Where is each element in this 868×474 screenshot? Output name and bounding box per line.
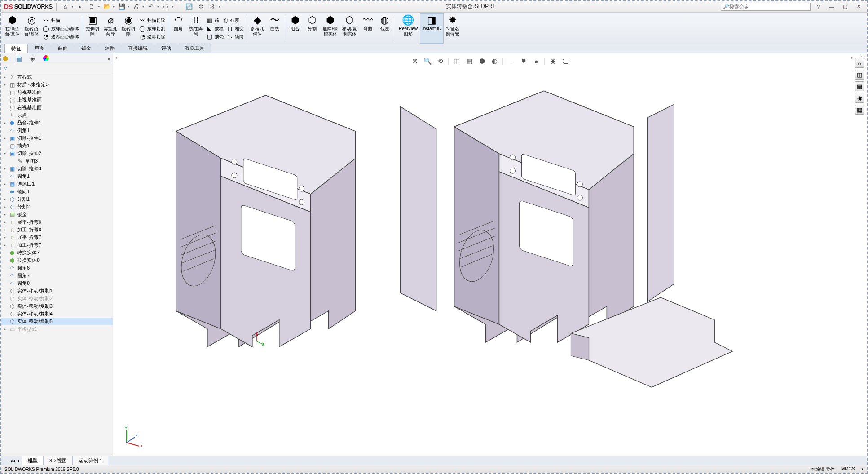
view-tool-8[interactable]: ✸ [519, 57, 528, 65]
tree-圆角6[interactable]: ◠圆角6 [1, 264, 113, 272]
tree-toggle-icon[interactable]: ▸ [3, 167, 7, 171]
view-tool-10[interactable]: ◉ [548, 57, 557, 65]
maximize-button[interactable]: ▢ [839, 3, 851, 11]
taskpane-tab-0[interactable]: ⌂ [855, 58, 864, 68]
taskpane-tab-1[interactable]: ◫ [855, 70, 864, 80]
view-tool-6[interactable]: ◐ [490, 57, 499, 65]
new-button[interactable]: 🗋 [87, 2, 97, 11]
search-box[interactable]: 🔎 [721, 3, 811, 11]
tree-镜向1[interactable]: ⇋镜向1 [1, 188, 113, 195]
tree-方程式[interactable]: ▸Σ方程式 [1, 73, 113, 81]
minimize-button[interactable]: — [826, 3, 837, 11]
ribbon-线性阵列[interactable]: ⁞⁞线性阵 列 [187, 13, 205, 44]
ribbon-移动/复制实体[interactable]: ⬡移动/复 制实体 [340, 13, 359, 44]
tree-toggle-icon[interactable]: ▸ [3, 235, 7, 239]
bottom-tab-3D 视图[interactable]: 3D 视图 [44, 456, 73, 465]
tree-钣金[interactable]: ▸▤钣金 [1, 211, 113, 218]
tree-toggle-icon[interactable]: ▸ [3, 121, 7, 125]
tree-前视基准面[interactable]: ⬚前视基准面 [1, 89, 113, 96]
ribbon-旋转凸台/基体[interactable]: ◎旋转凸 台/基体 [22, 13, 41, 44]
fm-tab-expand[interactable]: ▸ [108, 55, 111, 62]
tree-草图3[interactable]: ✎草图3 [1, 157, 113, 165]
ribbon-包覆[interactable]: ◍包覆 [220, 17, 241, 24]
ribbon-旋转切除[interactable]: ◉旋转切 除 [119, 13, 137, 44]
tree-实体-移动/复制4[interactable]: ⬡实体-移动/复制4 [1, 310, 113, 318]
arrow-button[interactable]: ▸ [75, 2, 86, 11]
view-tool-3[interactable]: ◫ [452, 57, 461, 65]
ribbon-扫描[interactable]: 〰扫描 [41, 17, 81, 24]
ribbon-放样凸台/基体[interactable]: ◯放样凸台/基体 [41, 25, 81, 32]
tree-toggle-icon[interactable]: ▾ [3, 151, 7, 155]
dropdown-arrow-icon[interactable]: ▼ [112, 5, 115, 8]
fm-tab-tree[interactable]: ⬢ [3, 55, 8, 62]
view-tool-0[interactable]: ⤧ [410, 57, 419, 65]
tree-切除-拉伸3[interactable]: ▸▣切除-拉伸3 [1, 165, 113, 173]
tree-toggle-icon[interactable]: ▸ [3, 197, 7, 201]
ribbon-筋[interactable]: ▥筋 [205, 17, 220, 24]
tab-钣金[interactable]: 钣金 [75, 43, 98, 53]
ribbon-删除/保留实体[interactable]: ⬢删除/保 留实体 [321, 13, 340, 44]
search-input[interactable] [729, 4, 808, 9]
tree-原点[interactable]: ↳原点 [1, 111, 113, 119]
fm-tab-appearance[interactable] [43, 55, 49, 61]
tree-toggle-icon[interactable]: ▸ [3, 213, 7, 217]
ribbon-镜向[interactable]: ⇋镜向 [225, 33, 245, 40]
tree-上视基准面[interactable]: ⬚上视基准面 [1, 96, 113, 104]
status-arrow-icon[interactable]: ▴ [861, 466, 864, 473]
tree-toggle-icon[interactable]: ▸ [3, 327, 7, 331]
fm-tab-config[interactable]: ◈ [30, 55, 35, 62]
dropdown-arrow-icon[interactable]: ▼ [97, 5, 101, 8]
tree-toggle-icon[interactable]: ▸ [3, 83, 7, 87]
tree-toggle-icon[interactable]: ▸ [3, 182, 7, 186]
rebuild-button[interactable]: 🔃 [184, 2, 194, 11]
dropdown-arrow-icon[interactable]: ▼ [171, 5, 174, 8]
ribbon-扫描切除[interactable]: 〰扫描切除 [137, 17, 167, 24]
tree-toggle-icon[interactable]: ▸ [3, 136, 7, 140]
view-tool-2[interactable]: ⟲ [436, 57, 445, 65]
view-tool-1[interactable]: 🔍 [423, 57, 432, 65]
tree-toggle-icon[interactable]: ▸ [3, 75, 7, 79]
fm-filter-bar[interactable]: ▽ [1, 63, 113, 72]
ribbon-曲线[interactable]: 〜曲线 [266, 13, 283, 44]
tree-右视基准面[interactable]: ⬚右视基准面 [1, 104, 113, 111]
ribbon-圆角[interactable]: ◠圆角 [170, 13, 187, 44]
dropdown-arrow-icon[interactable]: ▼ [218, 5, 221, 8]
taskpane-tab-3[interactable]: ◉ [855, 93, 864, 103]
tree-toggle-icon[interactable]: ▸ [3, 220, 7, 224]
dropdown-arrow-icon[interactable]: ▼ [71, 5, 74, 8]
taskpane-tab-2[interactable]: ▤ [855, 81, 864, 91]
save-button[interactable]: 💾 [116, 2, 127, 11]
ribbon-分割[interactable]: ⬡分割 [304, 13, 321, 44]
ribbon-放样切割[interactable]: ◯放样切割 [137, 25, 167, 32]
ribbon-异型孔向导[interactable]: ⌀异型孔 向导 [101, 13, 119, 44]
options-button[interactable]: ✲ [195, 2, 206, 11]
tab-渲染工具[interactable]: 渲染工具 [178, 43, 211, 53]
view-tool-9[interactable]: ● [532, 58, 541, 65]
ribbon-相交[interactable]: ⊓相交 [225, 25, 245, 32]
ribbon-拔模[interactable]: ◣拔模 [205, 25, 225, 32]
tree-倒角1[interactable]: ◠倒角1 [1, 127, 113, 134]
tree-凸台-拉伸1[interactable]: ▸⬢凸台-拉伸1 [1, 119, 113, 127]
ribbon-组合[interactable]: ⬢组合 [286, 13, 304, 44]
tree-实体-移动/复制3[interactable]: ⬡实体-移动/复制3 [1, 302, 113, 310]
tree-平板型式[interactable]: ▸▭平板型式 [1, 325, 113, 333]
tree-切除-拉伸2[interactable]: ▾▣切除-拉伸2 [1, 150, 113, 157]
tab-评估[interactable]: 评估 [154, 43, 178, 53]
view-tool-4[interactable]: ▦ [465, 57, 474, 65]
close-button[interactable]: ✕ [853, 3, 864, 11]
tree-分割2[interactable]: ▸⬡分割2 [1, 203, 113, 211]
tree-圆角7[interactable]: ◠圆角7 [1, 272, 113, 279]
taskpane-tab-4[interactable]: ▦ [855, 105, 864, 115]
tree-通风口1[interactable]: ▸▦通风口1 [1, 180, 113, 188]
tab-曲面[interactable]: 曲面 [51, 43, 75, 53]
tree-展平-折弯7[interactable]: ▸⎍展平-折弯7 [1, 234, 113, 241]
undo-button[interactable]: ↶ [145, 2, 156, 11]
tree-切除-拉伸1[interactable]: ▸▣切除-拉伸1 [1, 134, 113, 142]
ribbon-弯曲[interactable]: 〰弯曲 [359, 13, 376, 44]
ribbon-边界凸台/基体[interactable]: ◔边界凸台/基体 [41, 33, 81, 40]
ribbon-Instant3D[interactable]: ◨Instant3D [420, 13, 444, 44]
bottom-tab-运动算例 1[interactable]: 运动算例 1 [73, 456, 108, 465]
dropdown-arrow-icon[interactable]: ▼ [127, 5, 130, 8]
ribbon-拉伸凸台/基体[interactable]: ⬢拉伸凸 台/基体 [3, 13, 22, 44]
ribbon-拉伸切除[interactable]: ▣拉伸切 除 [84, 13, 101, 44]
